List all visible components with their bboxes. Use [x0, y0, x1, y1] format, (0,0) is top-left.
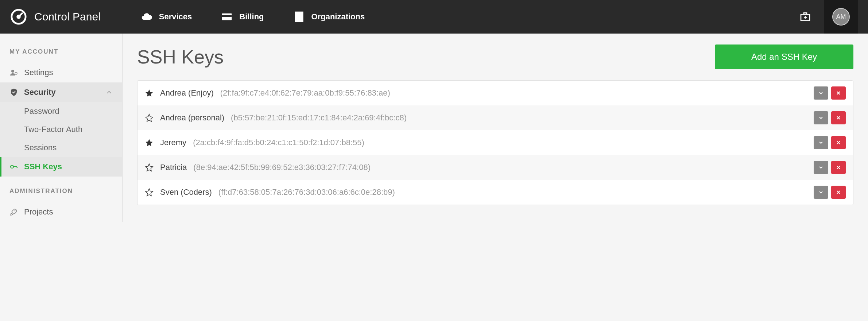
close-icon — [836, 140, 841, 146]
logo-area[interactable]: Control Panel — [10, 8, 101, 25]
gauge-icon — [10, 8, 27, 25]
main-header: SSH Keys Add an SSH Key — [137, 45, 853, 69]
rocket-icon — [9, 208, 18, 216]
sidebar-item-label: Password — [24, 107, 59, 116]
expand-button[interactable] — [814, 111, 828, 124]
sidebar-item-label: Two-Factor Auth — [24, 125, 82, 134]
app-title: Control Panel — [34, 11, 101, 23]
ssh-key-name: Andrea (Enjoy) — [160, 88, 214, 98]
ssh-key-fingerprint: (8e:94:ae:42:5f:5b:99:69:52:e3:36:03:27:… — [193, 163, 371, 172]
close-icon — [836, 189, 841, 195]
header-right: AM — [799, 0, 858, 34]
nav-services[interactable]: Services — [141, 11, 192, 23]
expand-button[interactable] — [814, 136, 828, 149]
ssh-key-row: Andrea (personal)(b5:57:be:21:0f:15:ed:1… — [137, 105, 853, 130]
sidebar-item-label: Projects — [24, 207, 53, 217]
sidebar-item-label: Settings — [24, 68, 53, 77]
chevron-down-icon — [818, 115, 824, 121]
star-outline-icon[interactable] — [145, 113, 154, 122]
chevron-down-icon — [818, 90, 824, 96]
nav-label: Organizations — [311, 12, 365, 22]
svg-point-7 — [15, 72, 17, 74]
ssh-key-name: Patricia — [160, 163, 187, 172]
ssh-key-fingerprint: (2a:cb:f4:9f:fa:d5:b0:24:c1:c1:50:f2:1d:… — [193, 138, 364, 147]
delete-button[interactable] — [831, 136, 846, 149]
sidebar-item-security[interactable]: Security — [0, 82, 122, 102]
ssh-key-list: Andrea (Enjoy)(2f:fa:9f:c7:e4:0f:62:7e:7… — [137, 80, 853, 205]
user-gear-icon — [9, 68, 18, 77]
chevron-down-icon — [818, 189, 824, 195]
close-icon — [836, 165, 841, 170]
ssh-key-actions — [814, 186, 846, 199]
main-content: SSH Keys Add an SSH Key Andrea (Enjoy)(2… — [123, 34, 868, 222]
ssh-key-actions — [814, 136, 846, 149]
medkit-icon[interactable] — [799, 11, 811, 23]
sidebar-sub-ssh-keys[interactable]: SSH Keys — [0, 157, 122, 177]
ssh-key-fingerprint: (ff:d7:63:58:05:7a:26:76:3d:03:06:a6:6c:… — [218, 187, 395, 197]
chevron-up-icon — [105, 89, 113, 96]
header: Control Panel Services Billing Organizat… — [0, 0, 868, 34]
sidebar-sub-sessions[interactable]: Sessions — [0, 139, 122, 157]
chevron-down-icon — [818, 165, 824, 170]
close-icon — [836, 115, 841, 121]
ssh-key-fingerprint: (2f:fa:9f:c7:e4:0f:62:7e:79:aa:0b:f9:55:… — [220, 88, 390, 98]
card-icon — [221, 11, 233, 23]
star-outline-icon[interactable] — [145, 188, 154, 197]
avatar-wrap: AM — [824, 0, 858, 34]
nav-billing[interactable]: Billing — [221, 11, 264, 23]
svg-point-6 — [11, 70, 14, 73]
sidebar-section-title: ADMINISTRATION — [0, 187, 122, 202]
delete-button[interactable] — [831, 186, 846, 199]
chevron-down-icon — [818, 140, 824, 146]
ssh-key-name: Jeremy — [160, 138, 186, 147]
ssh-key-fingerprint: (b5:57:be:21:0f:15:ed:17:c1:84:e4:2a:69:… — [231, 113, 407, 123]
ssh-key-actions — [814, 161, 846, 174]
sidebar-item-label: SSH Keys — [24, 162, 62, 171]
sidebar-item-label: Security — [24, 88, 56, 97]
nav-label: Services — [159, 12, 192, 22]
ssh-key-name: Andrea (personal) — [160, 113, 224, 123]
delete-button[interactable] — [831, 111, 846, 124]
shield-icon — [9, 88, 18, 97]
nav-organizations[interactable]: Organizations — [293, 11, 365, 23]
delete-button[interactable] — [831, 161, 846, 174]
cloud-icon — [141, 11, 152, 23]
avatar[interactable]: AM — [832, 8, 850, 26]
page-title: SSH Keys — [137, 46, 224, 68]
sidebar-sub-2fa[interactable]: Two-Factor Auth — [0, 120, 122, 139]
star-filled-icon[interactable] — [145, 89, 154, 97]
ssh-key-name: Sven (Coders) — [160, 187, 212, 197]
ssh-key-row: Jeremy(2a:cb:f4:9f:fa:d5:b0:24:c1:c1:50:… — [137, 130, 853, 155]
svg-point-8 — [11, 165, 13, 168]
nav-label: Billing — [239, 12, 264, 22]
key-icon — [9, 162, 18, 171]
add-ssh-key-button[interactable]: Add an SSH Key — [715, 45, 853, 69]
star-outline-icon[interactable] — [145, 163, 154, 172]
expand-button[interactable] — [814, 186, 828, 199]
ssh-key-row: Andrea (Enjoy)(2f:fa:9f:c7:e4:0f:62:7e:7… — [137, 81, 853, 105]
delete-button[interactable] — [831, 86, 846, 100]
ssh-key-row: Sven (Coders)(ff:d7:63:58:05:7a:26:76:3d… — [137, 180, 853, 205]
sidebar: MY ACCOUNT Settings Security Password Tw… — [0, 34, 123, 222]
sidebar-section-title: MY ACCOUNT — [0, 48, 122, 63]
expand-button[interactable] — [814, 161, 828, 174]
sidebar-item-label: Sessions — [24, 143, 57, 152]
close-icon — [836, 90, 841, 96]
ssh-key-actions — [814, 86, 846, 100]
sidebar-sub-password[interactable]: Password — [0, 102, 122, 120]
svg-point-9 — [15, 210, 16, 212]
ssh-key-row: Patricia(8e:94:ae:42:5f:5b:99:69:52:e3:3… — [137, 155, 853, 180]
building-icon — [293, 11, 305, 23]
svg-line-2 — [19, 13, 22, 17]
nav-items: Services Billing Organizations — [141, 11, 365, 23]
expand-button[interactable] — [814, 86, 828, 100]
star-filled-icon[interactable] — [145, 138, 154, 147]
sidebar-item-settings[interactable]: Settings — [0, 63, 122, 82]
svg-rect-4 — [222, 15, 232, 17]
sidebar-item-projects[interactable]: Projects — [0, 202, 122, 222]
ssh-key-actions — [814, 111, 846, 124]
